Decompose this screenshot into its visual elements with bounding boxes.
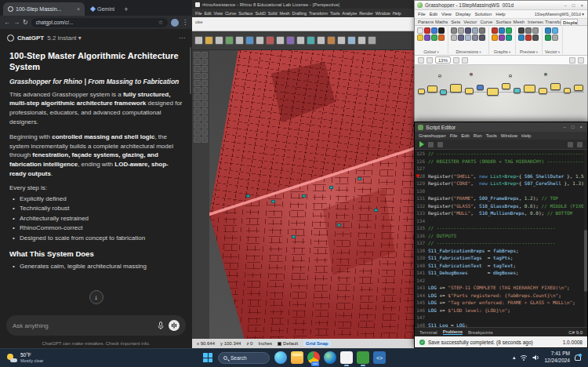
code-editor[interactable]: 125// ----------------------------------… [415, 150, 587, 327]
rhino-toolbar-icon[interactable] [327, 36, 336, 45]
rhino-toolbar-icon[interactable] [194, 36, 203, 45]
rhino-sidebar-icon[interactable] [201, 66, 209, 72]
rhino-menu-mesh[interactable]: Mesh [280, 11, 290, 16]
gh-component-node[interactable] [450, 84, 462, 93]
component-icon[interactable] [458, 35, 464, 41]
rhino-sidebar-icon[interactable] [194, 80, 201, 86]
component-icon[interactable] [431, 35, 437, 41]
voice-mode-button[interactable] [169, 320, 180, 331]
copilot-taskbar-icon[interactable] [274, 351, 287, 364]
rhino-menu-tools[interactable]: Tools [330, 11, 339, 16]
start-button[interactable] [202, 352, 213, 363]
rhino-menu-render[interactable]: Render [359, 11, 372, 16]
rhino-toolbar-icon[interactable] [358, 36, 366, 45]
active-layer[interactable]: Default [278, 341, 298, 346]
message-input[interactable]: Ask anything [6, 315, 186, 336]
document-selector[interactable]: 1StepMassingWS_001d ▾ [535, 12, 584, 16]
rhino-toolbar-icon[interactable] [256, 36, 264, 45]
gh-component-node[interactable] [564, 88, 571, 93]
panel-tab-problems[interactable]: Problems [443, 329, 463, 335]
rhino-sidebar-icon[interactable] [201, 52, 209, 58]
se-menu-edit[interactable]: Edit [461, 133, 469, 138]
chrome-taskbar-icon[interactable] [307, 351, 320, 364]
gh-menu-edit[interactable]: Edit [430, 12, 437, 16]
mic-icon[interactable] [158, 322, 164, 329]
rhino-toolbar-icon[interactable] [266, 36, 274, 45]
edge-taskbar-icon[interactable] [324, 351, 336, 364]
component-icon[interactable] [438, 27, 445, 34]
rhino-menu-solid[interactable]: Solid [268, 11, 278, 16]
component-icon[interactable] [499, 27, 505, 34]
rhino-sidebar-icon[interactable] [201, 122, 209, 129]
component-icon[interactable] [506, 35, 512, 41]
component-icon[interactable] [472, 27, 478, 34]
rhino-menu-analyze[interactable]: Analyze [342, 11, 357, 16]
gh-component-node[interactable] [418, 89, 425, 94]
units-label[interactable]: Inches [258, 341, 272, 346]
gh-tab-vector[interactable]: Vector [462, 19, 478, 25]
file-explorer-taskbar-icon[interactable] [291, 351, 303, 364]
component-icon[interactable] [499, 35, 505, 41]
rhino-menu-curve[interactable]: Curve [225, 11, 236, 16]
component-icon[interactable] [532, 27, 539, 34]
gh-component-node[interactable] [544, 73, 547, 75]
rhino-menu-file[interactable]: File [195, 11, 201, 16]
clock[interactable]: 7:41 PM 12/24/2024 [544, 351, 570, 365]
bookmark-star-icon[interactable]: ☆ [158, 20, 163, 26]
sketch-tool-icon[interactable] [462, 57, 468, 64]
component-icon[interactable] [451, 35, 457, 41]
component-icon[interactable] [424, 27, 430, 34]
rhino-sidebar-icon[interactable] [194, 73, 201, 79]
gh-component-node[interactable] [509, 74, 512, 77]
component-icon[interactable] [417, 35, 423, 41]
rhino-sidebar-icon[interactable] [194, 59, 201, 65]
component-icon[interactable] [451, 27, 457, 34]
gh-tab-display[interactable]: Display [561, 19, 578, 25]
minimize-icon[interactable]: – [562, 125, 568, 129]
rhino-sidebar-icon[interactable] [194, 115, 201, 122]
stop-icon[interactable] [428, 142, 434, 147]
rhino-toolbar-icon[interactable] [286, 36, 295, 45]
gh-tab-params[interactable]: Params [416, 19, 434, 25]
reload-icon[interactable]: ↻ [23, 19, 28, 26]
gh-component-node[interactable] [502, 83, 510, 89]
pan-tool-icon[interactable] [426, 57, 433, 64]
rhino-sidebar-icon[interactable] [201, 94, 209, 100]
gh-component-node[interactable] [550, 83, 561, 90]
gh-tab-surface[interactable]: Surface [494, 19, 511, 25]
component-icon[interactable] [506, 27, 512, 34]
rhino-sidebar-icon[interactable] [194, 101, 201, 107]
new-tab-button[interactable]: + [121, 5, 131, 13]
rhino-toolbar-icon[interactable] [368, 36, 376, 45]
rhino-sidebar-icon[interactable] [194, 108, 201, 114]
component-icon[interactable] [525, 27, 532, 34]
close-tab-icon[interactable]: × [77, 6, 80, 12]
component-icon[interactable] [518, 35, 524, 41]
rhino-sidebar-icon[interactable] [201, 87, 209, 93]
palette-group-label[interactable]: Preview [518, 49, 539, 54]
forward-icon[interactable]: → [13, 19, 20, 26]
component-icon[interactable] [545, 27, 551, 34]
palette-group-label[interactable]: Dimensions [451, 49, 486, 54]
tab-chatgpt[interactable]: 100-Step Massin... × [3, 2, 85, 16]
se-menu-help[interactable]: Help [521, 133, 531, 138]
grid-snap-toggle[interactable]: Grid Snap [303, 340, 331, 347]
rhino-sidebar-icon[interactable] [194, 122, 201, 129]
palette-group-label[interactable]: Graphs [492, 49, 513, 54]
rhino-menu-surface[interactable]: Surface [238, 11, 252, 16]
model-selector[interactable]: 5.2 Instant ▾ [47, 35, 82, 42]
conversation-menu-icon[interactable]: ⋯ [179, 35, 185, 42]
gh-menu-file[interactable]: File [418, 12, 426, 16]
hidden-icons-chevron[interactable]: ▴ [513, 354, 516, 361]
profile-avatar[interactable] [171, 19, 179, 27]
pointer-tool-icon[interactable] [418, 57, 424, 64]
gh-component-node[interactable] [487, 88, 499, 96]
gh-menu-view[interactable]: View [441, 12, 452, 16]
rhino-toolbar-icon[interactable] [337, 36, 346, 45]
taskbar-search[interactable]: Search [218, 352, 270, 364]
component-icon[interactable] [525, 35, 532, 41]
rhino-menu-edit[interactable]: Edit [204, 11, 211, 16]
rhino-toolbar-icon[interactable] [235, 36, 244, 45]
gh-tab-mesh[interactable]: Mesh [511, 19, 526, 25]
rhino-menu-drafting[interactable]: Drafting [292, 11, 307, 16]
